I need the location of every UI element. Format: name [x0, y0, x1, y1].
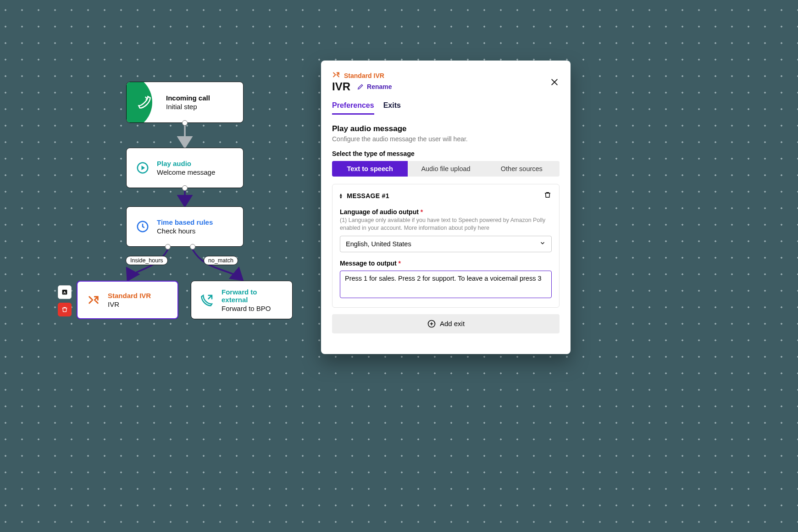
- message-type-segmented: Text to speech Audio file upload Other s…: [332, 161, 560, 177]
- panel-title: IVR: [332, 80, 350, 93]
- node-name: Check hours: [157, 227, 213, 235]
- language-hint: (1) Language only available if you have …: [340, 216, 552, 232]
- rename-button[interactable]: Rename: [357, 83, 392, 90]
- node-forward-external[interactable]: Forward to external Forward to BPO: [191, 281, 293, 319]
- port[interactable]: [190, 244, 195, 249]
- branch-icon: [86, 292, 101, 308]
- node-name: Initial step: [166, 103, 210, 111]
- port[interactable]: [182, 120, 188, 126]
- message-card: ▴▾ MESSAGE #1 Language of audio output *…: [332, 184, 560, 308]
- add-exit-button[interactable]: Add exit: [332, 314, 560, 333]
- port[interactable]: [165, 244, 171, 249]
- opt-audio-file-upload[interactable]: Audio file upload: [408, 161, 483, 177]
- svg-text:A: A: [63, 290, 66, 294]
- node-name: Forward to BPO: [222, 305, 284, 312]
- edges-layer: [0, 0, 319, 532]
- port[interactable]: [182, 185, 188, 191]
- node-type: Forward to external: [222, 288, 284, 304]
- section-sub: Configure the audio message the user wil…: [332, 135, 560, 143]
- node-standard-ivr[interactable]: Standard IVR IVR: [77, 281, 178, 319]
- message-output-textarea[interactable]: [340, 271, 552, 298]
- play-icon: [135, 160, 150, 176]
- opt-text-to-speech[interactable]: Text to speech: [332, 161, 408, 177]
- node-type: Incoming call: [166, 94, 210, 102]
- clock-icon: [135, 219, 150, 234]
- language-label: Language of audio output *: [340, 208, 552, 216]
- branch-icon: [332, 71, 340, 80]
- delete-node-button[interactable]: [58, 303, 72, 316]
- opt-other-sources[interactable]: Other sources: [484, 161, 560, 177]
- node-name: Welcome message: [157, 168, 215, 176]
- node-name: IVR: [108, 300, 151, 308]
- chevron-down-icon: [539, 240, 546, 248]
- flow-canvas[interactable]: Incoming call Initial step Play audio We…: [0, 0, 319, 532]
- collapse-icon[interactable]: ▴▾: [340, 193, 342, 199]
- edge-label-no-match: no_match: [204, 256, 238, 265]
- forward-call-icon: [200, 292, 215, 308]
- output-label: Message to output *: [340, 260, 552, 267]
- close-icon[interactable]: [549, 77, 560, 87]
- node-type: Standard IVR: [108, 292, 151, 299]
- node-config-panel: Standard IVR IVR Rename Preferences Exit…: [321, 61, 571, 354]
- view-anchor-button[interactable]: A: [58, 285, 72, 299]
- node-play-audio[interactable]: Play audio Welcome message: [126, 148, 244, 188]
- node-type: Time based rules: [157, 218, 213, 226]
- section-heading: Play audio message: [332, 124, 560, 133]
- tab-exits[interactable]: Exits: [383, 101, 401, 115]
- node-type: Play audio: [157, 160, 215, 167]
- tab-preferences[interactable]: Preferences: [332, 101, 374, 115]
- node-time-rules[interactable]: Time based rules Check hours: [126, 206, 244, 247]
- type-of-message-label: Select the type of message: [332, 150, 560, 157]
- incoming-call-icon: [127, 82, 162, 122]
- panel-breadcrumb: Standard IVR: [344, 72, 384, 79]
- delete-message-button[interactable]: [543, 191, 552, 201]
- language-select[interactable]: English, United States: [340, 236, 552, 252]
- message-header: MESSAGE #1: [347, 192, 389, 200]
- node-incoming-call[interactable]: Incoming call Initial step: [126, 82, 244, 123]
- edge-label-inside-hours: Inside_hours: [126, 256, 168, 265]
